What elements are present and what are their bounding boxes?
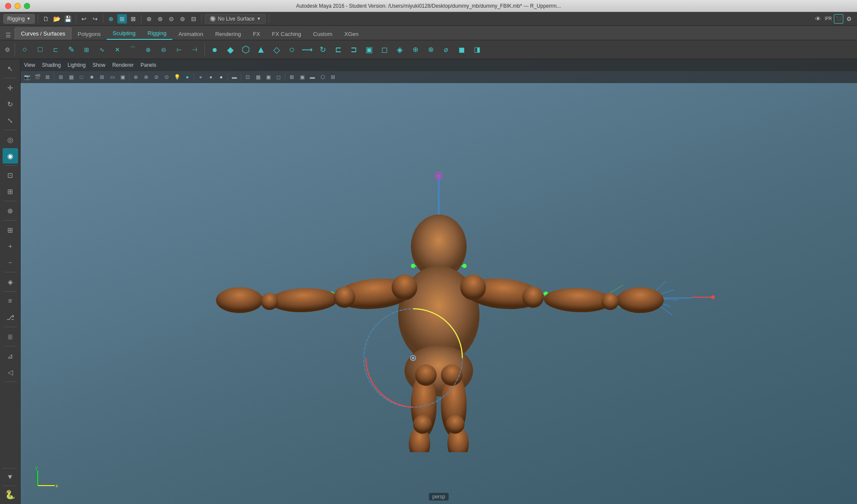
viewport-2-0-btn[interactable]: ▣ (264, 72, 273, 82)
vp-menu-panels[interactable]: Panels (141, 62, 156, 68)
render-lt[interactable]: ⊿ (3, 348, 18, 364)
square-tool-button[interactable]: □ (33, 42, 48, 57)
poly-icon-btn[interactable]: ⊙ (162, 72, 171, 82)
cloth-lt[interactable]: ◁ (3, 364, 18, 380)
lasso-lt[interactable]: ⊡ (3, 167, 18, 183)
stitch-button[interactable]: ⊗ (423, 42, 438, 57)
bevel-button[interactable]: ◈ (393, 42, 407, 57)
tab-fx[interactable]: FX (247, 28, 266, 40)
paint-button[interactable]: ◼ (454, 42, 469, 57)
tab-custom[interactable]: Custom (307, 28, 339, 40)
scale-tool-lt[interactable]: ⤡ (3, 113, 18, 128)
sphere-button[interactable]: ● (207, 42, 222, 57)
curve-ep-button[interactable]: ⊏ (48, 42, 63, 57)
camera-button[interactable]: 👁 (813, 14, 823, 24)
arc-tool-button[interactable]: ⌒ (126, 42, 140, 57)
birail-button[interactable]: ⊐ (346, 42, 361, 57)
rotate-tool-lt[interactable]: ↻ (3, 96, 18, 112)
plane-button[interactable]: ○ (285, 42, 299, 57)
sculpt-button[interactable]: ⌀ (439, 42, 453, 57)
cross-tool-button[interactable]: ✕ (110, 42, 125, 57)
select-cam-btn[interactable]: ⊠ (287, 72, 297, 82)
undo-button[interactable]: ↩ (79, 14, 89, 24)
grid-lt[interactable]: ⊞ (3, 222, 18, 238)
skeleton-icon-btn[interactable]: ⊗ (141, 72, 151, 82)
attr-lt[interactable]: ≡ (3, 293, 18, 309)
tab-rendering[interactable]: Rendering (209, 28, 247, 40)
python-lt[interactable]: 🐍 (3, 487, 18, 502)
select-tool-lt[interactable]: ↖ (3, 61, 18, 76)
safe-icon-btn[interactable]: ▣ (118, 72, 127, 82)
pencil-tool-button[interactable]: ✎ (64, 42, 78, 57)
resolution-btn[interactable]: ▦ (253, 72, 263, 82)
render-settings-button[interactable]: ⚙ (844, 14, 854, 24)
vp-menu-renderer[interactable]: Renderer (112, 62, 134, 68)
paint-select-lt[interactable]: ⊞ (3, 184, 18, 199)
film-icon-btn[interactable]: 🎬 (33, 72, 42, 82)
snap-point-button[interactable]: ⊝ (167, 14, 176, 24)
cone-button[interactable]: ▲ (254, 42, 268, 57)
script-lt[interactable]: ⎇ (3, 310, 18, 325)
wire-icon-btn[interactable]: □ (77, 72, 86, 82)
solid-icon-btn[interactable]: ■ (87, 72, 96, 82)
minus-lt[interactable]: － (3, 255, 18, 270)
loft-button[interactable]: ⊏ (331, 42, 345, 57)
boundary-button[interactable]: ▣ (362, 42, 376, 57)
soft-select-lt[interactable]: ◎ (3, 132, 18, 147)
open-file-button[interactable]: 📂 (52, 14, 62, 24)
tab-curves-surfaces[interactable]: Curves / Surfaces (15, 27, 72, 40)
workspace-dropdown[interactable]: Rigging ▼ (3, 14, 35, 24)
trim-button[interactable]: ◨ (470, 42, 484, 57)
detach-tool-button[interactable]: ⊖ (156, 42, 171, 57)
tab-sculpting[interactable]: Sculpting (107, 27, 141, 40)
gray-dot-2-btn[interactable]: ● (206, 72, 216, 82)
cube-button[interactable]: ◆ (223, 42, 237, 57)
nurbs-square-button[interactable]: ⊞ (79, 42, 94, 57)
pivot-lt[interactable]: ◈ (3, 274, 18, 289)
circle-tool-button[interactable]: ○ (18, 42, 32, 57)
frame-icon-btn[interactable]: ▭ (108, 72, 117, 82)
ipr-button[interactable]: IPR (824, 14, 833, 24)
new-file-button[interactable]: 🗋 (41, 14, 51, 24)
minimize-button[interactable] (15, 3, 21, 9)
wave-tool-button[interactable]: ∿ (95, 42, 109, 57)
lasso-select-button[interactable]: ⊠ (129, 14, 138, 24)
gray-dot-3-btn[interactable]: ● (216, 72, 226, 82)
plus-lt[interactable]: ＋ (3, 239, 18, 254)
split-horiz-btn[interactable]: ▬ (308, 72, 317, 82)
transform-button[interactable]: ⊞ (117, 14, 127, 24)
cylinder-button[interactable]: ⬡ (238, 42, 253, 57)
render-button[interactable]: ⬛ (834, 14, 843, 24)
grid2-icon-btn[interactable]: ▦ (66, 72, 76, 82)
channels-lt[interactable]: ≣ (3, 329, 18, 344)
split-vert-btn[interactable]: ⬡ (318, 72, 327, 82)
viewport-shading-btn[interactable]: ▬ (230, 72, 239, 82)
deform-icon-btn[interactable]: ⊘ (152, 72, 161, 82)
torus-button[interactable]: ◇ (269, 42, 284, 57)
tab-xgen[interactable]: XGen (339, 28, 365, 40)
boolean-button[interactable]: ⊕ (408, 42, 423, 57)
sidebar-toggle-button[interactable]: ☰ (3, 30, 13, 40)
square-surf-button[interactable]: ◻ (377, 42, 392, 57)
light-icon-btn[interactable]: 💡 (172, 72, 182, 82)
paint-tool-lt[interactable]: ◉ (3, 148, 18, 164)
snap-surface-button[interactable]: ⊜ (178, 14, 187, 24)
isolate-btn[interactable]: ⊡ (243, 72, 252, 82)
grid-icon-btn[interactable]: ⊞ (56, 72, 66, 82)
tab-polygons[interactable]: Polygons (72, 28, 106, 40)
revolve-button[interactable]: ↻ (315, 42, 330, 57)
snap-view-button[interactable]: ⊟ (189, 14, 198, 24)
snap-grid-button[interactable]: ⊛ (144, 14, 154, 24)
extrude-button[interactable]: ⟿ (300, 42, 315, 57)
camera-icon-btn[interactable]: 📷 (22, 72, 32, 82)
joint-icon-btn[interactable]: ⊕ (131, 72, 141, 82)
tab-rigging[interactable]: Rigging (141, 27, 172, 40)
move-tool-lt[interactable]: ✛ (3, 80, 18, 95)
vp-menu-lighting[interactable]: Lighting (68, 62, 86, 68)
maximize-button[interactable] (24, 3, 30, 9)
snap-center-lt[interactable]: ⊕ (3, 203, 18, 218)
attach-tool-button[interactable]: ⊕ (141, 42, 156, 57)
four-view-btn[interactable]: ⊞ (328, 72, 338, 82)
gray-dot-1-btn[interactable]: ● (196, 72, 205, 82)
select-tool-button[interactable]: ⊕ (106, 14, 116, 24)
